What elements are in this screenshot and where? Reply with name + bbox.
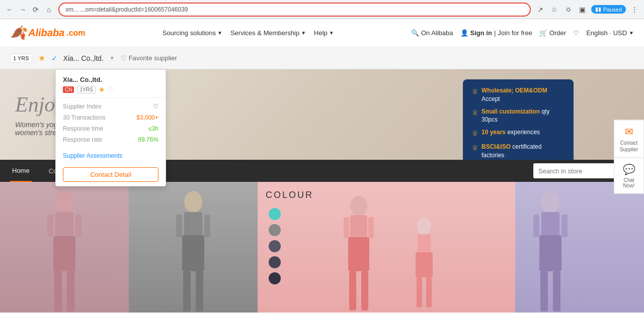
svg-rect-22 xyxy=(418,234,431,252)
popup-heart-icon: ♡ xyxy=(108,85,115,93)
heart-icon: ♡ xyxy=(121,54,127,62)
paused-icon: ▮▮ xyxy=(595,6,601,13)
svg-rect-1 xyxy=(55,212,73,237)
chevron-down-icon: ▼ xyxy=(329,30,334,36)
browser-nav-buttons: ← → ⟳ ⌂ xyxy=(4,4,54,15)
svg-rect-28 xyxy=(539,235,561,271)
order-icon: 🛒 xyxy=(539,29,547,37)
swatch-dark-grey[interactable] xyxy=(269,240,281,252)
alibaba-logo[interactable]: 🍂 xyxy=(10,25,26,41)
svg-rect-11 xyxy=(196,271,203,311)
crown-icon-4: ♕ xyxy=(472,143,478,153)
crown-icon-3: ♕ xyxy=(472,129,478,139)
svg-rect-23 xyxy=(416,252,433,277)
chat-now-button[interactable]: 💬 Chat Now! xyxy=(614,157,644,193)
popup-yrs-badge: 1YRS xyxy=(77,86,95,93)
response-time-row: Response time ≤3h xyxy=(63,125,158,132)
svg-point-21 xyxy=(417,217,431,235)
on-alibaba-item[interactable]: 🔍 On Alibaba xyxy=(411,29,453,37)
hero-info-item-2: ♕ Small customization qty 30pcs xyxy=(472,108,565,125)
bookmark-button[interactable]: ☆ xyxy=(549,4,560,15)
popup-body: Supplier Index ♡ 30 Transactions $3,000+… xyxy=(56,98,166,152)
svg-rect-15 xyxy=(350,215,367,238)
layout-button[interactable]: ▣ xyxy=(577,4,588,15)
product-card-4[interactable] xyxy=(515,182,644,312)
logo-suffix: .com xyxy=(66,29,85,38)
svg-rect-16 xyxy=(348,237,369,271)
search-icon: 🔍 xyxy=(411,29,419,37)
svg-rect-12 xyxy=(176,215,182,237)
contact-supplier-button[interactable]: ✉ Contact Supplier xyxy=(614,120,644,157)
model-silhouette-3b xyxy=(401,212,447,312)
supplier-index-heart: ♡ xyxy=(153,103,158,110)
store-name-chevron-icon[interactable]: ▼ xyxy=(110,55,115,61)
share-button[interactable]: ↗ xyxy=(535,4,546,15)
svg-rect-17 xyxy=(349,271,356,310)
heart-icon: ♡ xyxy=(573,29,579,37)
swatch-teal[interactable] xyxy=(269,208,281,220)
response-rate-row: Response rate 99.76% xyxy=(63,136,158,143)
swatch-charcoal[interactable] xyxy=(269,256,281,268)
svg-rect-3 xyxy=(54,271,62,311)
nav-home[interactable]: Home xyxy=(10,160,32,182)
supplier-assessments-link[interactable]: Supplier Assessments xyxy=(56,152,166,163)
chevron-down-icon: ▼ xyxy=(217,30,222,36)
address-bar[interactable]: xm... ...om=detail&productId=16006570460… xyxy=(58,3,531,17)
products-section: COLOUR xyxy=(0,182,644,312)
product-card-1[interactable] xyxy=(0,182,129,312)
colour-label: COLOUR xyxy=(266,190,313,200)
address-text: xm... ...om=detail&productId=16006570460… xyxy=(65,6,524,13)
product-image-3: COLOUR xyxy=(258,182,515,312)
model-silhouette-2 xyxy=(158,182,228,312)
model-silhouette-4 xyxy=(515,182,586,312)
store-header-bar: 1 YRS ★ ✓ Xia... Co.,ltd. ▼ ♡ Favorite s… xyxy=(0,47,644,69)
svg-rect-32 xyxy=(561,215,568,237)
gold-supplier-icon: ★ xyxy=(38,53,45,63)
svg-rect-18 xyxy=(361,271,368,310)
svg-rect-20 xyxy=(368,217,374,238)
product-card-2[interactable] xyxy=(129,182,258,312)
extensions-button[interactable]: ⛭ xyxy=(563,4,574,15)
email-icon: ✉ xyxy=(625,125,633,137)
help-link[interactable]: Help ▼ xyxy=(314,29,334,37)
favorite-supplier-button[interactable]: ♡ Favorite supplier xyxy=(121,54,177,62)
sourcing-solutions-link[interactable]: Sourcing solutions ▼ xyxy=(163,29,222,37)
svg-rect-27 xyxy=(541,212,559,236)
svg-rect-13 xyxy=(204,215,210,237)
menu-button[interactable]: ⋮ xyxy=(629,4,640,15)
hero-info-item-1: ♕ Wholesale; OEM&ODM Accept xyxy=(472,86,565,103)
hero-info-box: ♕ Wholesale; OEM&ODM Accept ♕ Small cust… xyxy=(463,79,574,160)
swatch-dark[interactable] xyxy=(269,272,281,284)
back-button[interactable]: ← xyxy=(4,4,15,15)
swatch-grey[interactable] xyxy=(269,224,281,236)
colour-swatches xyxy=(269,208,281,284)
reload-button[interactable]: ⟳ xyxy=(30,4,41,15)
services-membership-link[interactable]: Services & Membership ▼ xyxy=(230,29,306,37)
popup-gold-icon: ★ xyxy=(99,85,105,93)
home-button[interactable]: ⌂ xyxy=(43,4,54,15)
svg-rect-6 xyxy=(75,215,82,237)
logo-text[interactable]: Alibaba xyxy=(28,27,64,39)
language-selector[interactable]: English · USD ▼ xyxy=(586,29,634,37)
forward-button[interactable]: → xyxy=(17,4,28,15)
supplier-popup: Xia... Co.,ltd. CN 1YRS ★ ♡ Supplier Ind… xyxy=(55,69,166,186)
wishlist-item[interactable]: ♡ xyxy=(573,29,579,37)
svg-point-26 xyxy=(541,191,559,213)
chat-icon: 💬 xyxy=(623,163,635,175)
floating-actions: ✉ Contact Supplier 💬 Chat Now! xyxy=(614,120,644,193)
supplier-index-row: Supplier Index ♡ xyxy=(63,103,158,110)
sign-in-area[interactable]: 👤 Sign in | Join for free xyxy=(460,29,532,37)
svg-rect-5 xyxy=(47,215,53,237)
store-name[interactable]: Xia... Co.,ltd. xyxy=(63,54,104,62)
svg-rect-24 xyxy=(417,277,422,307)
verified-icon: ✓ xyxy=(51,54,57,62)
main-nav: Sourcing solutions ▼ Services & Membersh… xyxy=(163,29,334,37)
chevron-down-icon: ▼ xyxy=(301,30,306,36)
contact-detail-button[interactable]: Contact Detail xyxy=(63,167,158,182)
hero-italic-text: Enjo xyxy=(15,92,55,117)
order-item[interactable]: 🛒 Order xyxy=(539,29,566,37)
svg-rect-9 xyxy=(182,235,204,271)
product-image-2 xyxy=(129,182,258,312)
product-image-1 xyxy=(0,182,129,312)
product-card-3[interactable]: COLOUR xyxy=(258,182,515,312)
